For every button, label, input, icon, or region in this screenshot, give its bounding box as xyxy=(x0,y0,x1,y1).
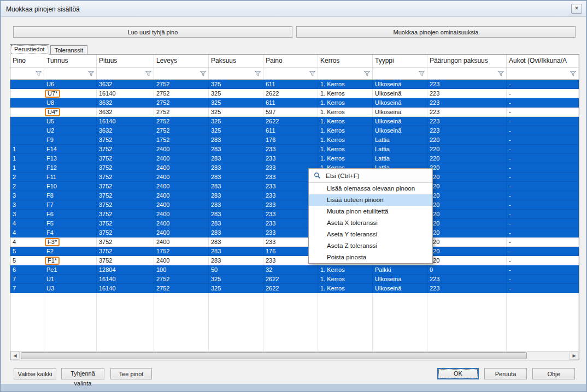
grid-row-f11[interactable]: 2F11375224002832331. KerrosLattia220- xyxy=(10,173,579,182)
grid-row-f5[interactable]: 4F5375224002832331. KerrosLattia220- xyxy=(10,219,579,228)
column-header-kerros[interactable]: Kerros xyxy=(318,55,373,67)
column-header-pituus[interactable]: Pituus xyxy=(97,55,154,67)
grid-row-f12[interactable]: 1F12375224002832331. KerrosLattia220- xyxy=(10,163,579,173)
menu-item-aseta-y-toleranssi[interactable]: Aseta Y toleranssi xyxy=(309,229,432,240)
filter-funnel-icon[interactable] xyxy=(35,70,42,77)
dialog-window: Muokkaa pinojen sisältöä ✕ Luo uusi tyhj… xyxy=(0,0,587,392)
cell-tunnus: F13 xyxy=(44,154,97,163)
grid-row-f1[interactable]: 5F1*375224002832331. KerrosLattia220- xyxy=(10,256,579,265)
cell-tyyppi: Ulkoseinä xyxy=(373,108,427,117)
grid-row-u3[interactable]: 7U316140275232526221. KerrosUlkoseinä223… xyxy=(10,284,579,293)
dialog-client: Luo uusi tyhjä pino Muokkaa pinojen omin… xyxy=(1,17,586,384)
grid-row-u6[interactable]: U6363227523256111. KerrosUlkoseinä223- xyxy=(10,80,579,89)
cell-paksuus: 325 xyxy=(209,89,263,98)
grid-row-f4[interactable]: 4F4375224002832331. KerrosLattia220- xyxy=(10,228,579,237)
cell-leveys: 2400 xyxy=(154,256,209,265)
help-button[interactable]: Ohje xyxy=(532,368,575,379)
filter-funnel-icon[interactable] xyxy=(418,70,425,77)
column-header-tunnus[interactable]: Tunnus xyxy=(44,55,97,67)
column-header-leveys[interactable]: Leveys xyxy=(154,55,209,67)
scrollbar-thumb[interactable] xyxy=(21,352,527,359)
select-all-button[interactable]: Valitse kaikki xyxy=(14,368,56,379)
empty-column-area xyxy=(427,293,507,351)
cell-pino xyxy=(10,80,44,89)
cell-aukot-ovi-ikkuna-a: - xyxy=(507,145,579,154)
grid-row-f2[interactable]: 5F2375217522831761. KerrosLattia220- xyxy=(10,247,579,256)
column-header-pino[interactable]: Pino xyxy=(10,55,44,67)
title-bar[interactable]: Muokkaa pinojen sisältöä ✕ xyxy=(1,1,586,17)
menu-search-item[interactable]: Etsi (Ctrl+F) xyxy=(309,169,432,183)
grid-row-u4[interactable]: U4*363227523255971. KerrosUlkoseinä223- xyxy=(10,108,579,117)
cell-pituus: 3632 xyxy=(97,98,154,108)
filter-funnel-icon[interactable] xyxy=(199,70,207,77)
cell-paksuus: 283 xyxy=(209,135,263,145)
cell-tyyppi: Ulkoseinä xyxy=(373,284,427,293)
cell-aukot-ovi-ikkuna-a: - xyxy=(507,275,579,284)
grid-row-f8[interactable]: 3F8375224002832331. KerrosLattia220- xyxy=(10,191,579,200)
empty-column-area xyxy=(373,293,427,351)
cell-pituus: 3752 xyxy=(97,182,154,191)
cell-tunnus: F4 xyxy=(44,228,97,237)
grid-row-f10[interactable]: 2F10375224002832331. KerrosLattia220- xyxy=(10,182,579,191)
ok-button[interactable]: OK xyxy=(437,368,479,379)
cell-p-rungon-paksuus: 220 xyxy=(427,256,507,265)
tab-perustiedot[interactable]: Perustiedot xyxy=(10,44,49,55)
clear-selection-button[interactable]: Tyhjennä valinta xyxy=(61,368,104,379)
grid-row-u8[interactable]: U8363227523256111. KerrosUlkoseinä223- xyxy=(10,98,579,108)
grid-row-f9[interactable]: F9375217522831761. KerrosLattia220- xyxy=(10,135,579,145)
column-header-paino[interactable]: Paino xyxy=(263,55,318,67)
create-empty-stack-button[interactable]: Luo uusi tyhjä pino xyxy=(13,26,292,38)
tab-toleranssit[interactable]: Toleranssit xyxy=(50,45,88,55)
grid-row-u1[interactable]: 7U116140275232526221. KerrosUlkoseinä223… xyxy=(10,275,579,284)
cell-tunnus: U1 xyxy=(44,275,97,284)
grid-row-u7[interactable]: U7*16140275232526221. KerrosUlkoseinä223… xyxy=(10,89,579,98)
cell-tunnus: U3 xyxy=(44,284,97,293)
horizontal-scrollbar[interactable]: ◀ ▶ xyxy=(10,351,579,360)
grid-row-u5[interactable]: U516140275232526221. KerrosUlkoseinä223- xyxy=(10,117,579,126)
scrollbar-track[interactable] xyxy=(20,352,570,360)
cell-pino: 3 xyxy=(10,191,44,200)
cancel-button[interactable]: Peruuta xyxy=(484,368,527,379)
cell-paksuus: 283 xyxy=(209,237,263,247)
grid-row-f6[interactable]: 3F6375224002832331. KerrosLattia220- xyxy=(10,210,579,219)
menu-item-muuta-pinon-etuliitett[interactable]: Muuta pinon etuliitettä xyxy=(309,206,432,217)
scroll-left-button[interactable]: ◀ xyxy=(10,352,20,360)
menu-item-aseta-z-toleranssi[interactable]: Aseta Z toleranssi xyxy=(309,240,432,252)
cell-paksuus: 325 xyxy=(209,275,263,284)
close-button[interactable]: ✕ xyxy=(571,4,582,14)
grid-row-u2[interactable]: U2363227523256111. KerrosUlkoseinä223- xyxy=(10,126,579,135)
grid-row-f14[interactable]: 1F14375224002832331. KerrosLattia220- xyxy=(10,145,579,154)
scroll-right-button[interactable]: ▶ xyxy=(570,352,579,360)
menu-item-aseta-x-toleranssi[interactable]: Aseta X toleranssi xyxy=(309,217,432,229)
grid-row-f13[interactable]: 1F13375224002832331. KerrosLattia220- xyxy=(10,154,579,163)
filter-funnel-icon[interactable] xyxy=(145,70,152,77)
filter-funnel-icon[interactable] xyxy=(254,70,261,77)
column-header-paksuus[interactable]: Paksuus xyxy=(209,55,263,67)
cell-paksuus: 325 xyxy=(209,80,263,89)
cell-tyyppi: Ulkoseinä xyxy=(373,117,427,126)
filter-funnel-icon[interactable] xyxy=(363,70,371,77)
stack-grid: PinoTunnusPituusLeveysPaksuusPainoKerros… xyxy=(10,54,579,360)
filter-funnel-icon[interactable] xyxy=(309,70,316,77)
cell-leveys: 2400 xyxy=(154,191,209,200)
edit-stack-properties-button[interactable]: Muokkaa pinojen ominaisuuksia xyxy=(296,26,576,38)
grid-row-pe1[interactable]: 6Pe11280410050321. KerrosPalkki0- xyxy=(10,265,579,275)
cell-kerros: 1. Kerros xyxy=(318,154,373,163)
column-header-tyyppi[interactable]: Tyyppi xyxy=(373,55,427,67)
filter-cell-pituus xyxy=(97,68,154,79)
cell-tunnus: U6 xyxy=(44,80,97,89)
make-stacks-button[interactable]: Tee pinot xyxy=(110,368,152,379)
menu-item-lis-olemassa-olevaan-pinoon[interactable]: Lisää olemassa olevaan pinoon xyxy=(309,183,432,194)
grid-row-f3[interactable]: 4F3*375224002832331. KerrosLattia220- xyxy=(10,237,579,247)
menu-item-lis-uuteen-pinoon[interactable]: Lisää uuteen pinoon xyxy=(309,194,432,206)
filter-funnel-icon[interactable] xyxy=(497,70,504,77)
grid-row-f7[interactable]: 3F7375224002832331. KerrosLattia220- xyxy=(10,200,579,210)
filter-funnel-icon[interactable] xyxy=(87,70,95,77)
filter-funnel-icon[interactable] xyxy=(570,70,577,77)
column-header-aukot-ovi-ikkuna-a[interactable]: Aukot (Ovi/Ikkuna/A xyxy=(507,55,579,67)
cell-tunnus: F2 xyxy=(44,247,97,256)
menu-item-poista-pinosta[interactable]: Poista pinosta xyxy=(309,252,432,263)
empty-column-area xyxy=(263,293,318,351)
column-header-p-rungon-paksuus[interactable]: Päärungon paksuus xyxy=(427,55,507,67)
cell-paino: 233 xyxy=(263,154,318,163)
